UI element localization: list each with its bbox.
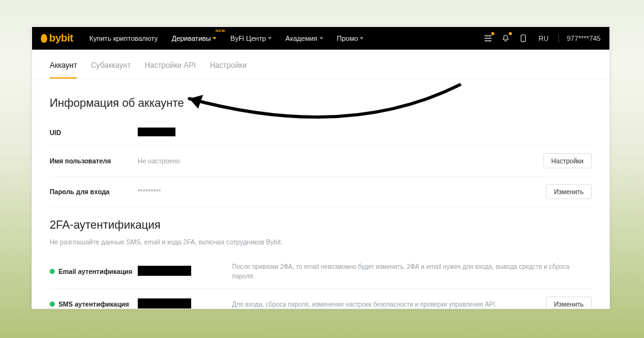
row-username: Имя пользователя Не настроено Настройки — [50, 146, 592, 177]
label-password: Пароль для входа — [50, 188, 138, 195]
notification-dot-icon — [509, 32, 512, 35]
user-id-masked[interactable]: 977****745 — [567, 35, 601, 42]
value-sms-auth — [138, 298, 232, 309]
action-sms-auth: Изменить — [546, 297, 592, 309]
redacted-block — [138, 128, 175, 136]
row-password: Пароль для входа ********* Изменить — [50, 177, 592, 207]
new-badge: NEW — [216, 29, 226, 33]
label-email-auth: Email аутентификация — [50, 268, 138, 275]
svg-point-1 — [523, 40, 524, 41]
settings-button[interactable]: Настройки — [543, 153, 592, 168]
action-username: Настройки — [543, 153, 592, 168]
value-password: ********* — [138, 188, 232, 195]
bell-icon[interactable] — [501, 33, 511, 43]
divider — [558, 34, 559, 43]
label-sms-auth: SMS аутентификация — [50, 300, 138, 308]
menu-icon[interactable] — [483, 33, 493, 43]
value-username: Не настроено — [138, 157, 232, 165]
nav-byfi[interactable]: ByFi Центр — [225, 35, 277, 42]
tab-api-settings[interactable]: Настройки API — [145, 61, 196, 79]
nav-academy[interactable]: Академия — [280, 35, 328, 42]
row-sms-auth: SMS аутентификация Для входа, сброса пар… — [50, 289, 592, 309]
app-window: bybit Купить криптовалюту Деривативы NEW… — [31, 26, 610, 309]
nav-promo[interactable]: Промо — [332, 35, 369, 42]
nav-buy-crypto[interactable]: Купить криптовалюту — [84, 35, 163, 42]
tab-subaccount[interactable]: Субаккаунт — [91, 61, 131, 79]
status-active-icon — [50, 269, 55, 274]
chevron-down-icon — [268, 37, 272, 40]
nav-derivatives[interactable]: Деривативы NEW — [167, 35, 221, 42]
status-active-icon — [50, 302, 55, 307]
label-username: Имя пользователя — [50, 157, 138, 165]
tab-settings[interactable]: Настройки — [209, 61, 247, 79]
chevron-down-icon — [319, 37, 323, 40]
section-subtitle-2fa: Не разглашайте данные SMS, email и кода … — [50, 238, 592, 246]
change-button[interactable]: Изменить — [546, 297, 592, 309]
chevron-down-icon — [213, 37, 216, 40]
section-title-account-info: Информация об аккаунте — [50, 97, 592, 110]
action-password: Изменить — [546, 184, 592, 199]
topbar-right: RU 977****745 — [483, 33, 601, 43]
tab-account[interactable]: Аккаунт — [50, 61, 77, 79]
label-uid: UID — [50, 129, 138, 136]
chevron-down-icon — [360, 37, 364, 40]
notification-dot-icon — [491, 32, 494, 35]
value-email-auth — [138, 266, 232, 277]
row-uid: UID — [50, 120, 592, 146]
redacted-block — [138, 298, 191, 308]
section-title-2fa: 2FA-аутентификация — [50, 219, 592, 232]
brand-text: bybit — [49, 32, 73, 45]
brand-logo[interactable]: bybit — [41, 32, 73, 45]
logo-icon — [41, 34, 47, 43]
redacted-block — [138, 266, 191, 276]
mobile-icon[interactable] — [518, 33, 528, 43]
nav-items: Купить криптовалюту Деривативы NEW ByFi … — [84, 35, 369, 42]
account-tabs: Аккаунт Субаккаунт Настройки API Настрой… — [32, 50, 609, 79]
desc-email-auth: После привязки 2ФА, то email невозможно … — [232, 262, 592, 281]
content-area: Информация об аккаунте UID Имя пользоват… — [32, 79, 609, 309]
change-button[interactable]: Изменить — [546, 184, 592, 199]
language-selector[interactable]: RU — [536, 35, 551, 42]
row-email-auth: Email аутентификация После привязки 2ФА,… — [50, 254, 592, 289]
value-uid — [138, 128, 232, 138]
top-nav: bybit Купить криптовалюту Деривативы NEW… — [32, 27, 609, 50]
desc-sms-auth: Для входа, сброса пароля, изменения наст… — [232, 300, 546, 309]
